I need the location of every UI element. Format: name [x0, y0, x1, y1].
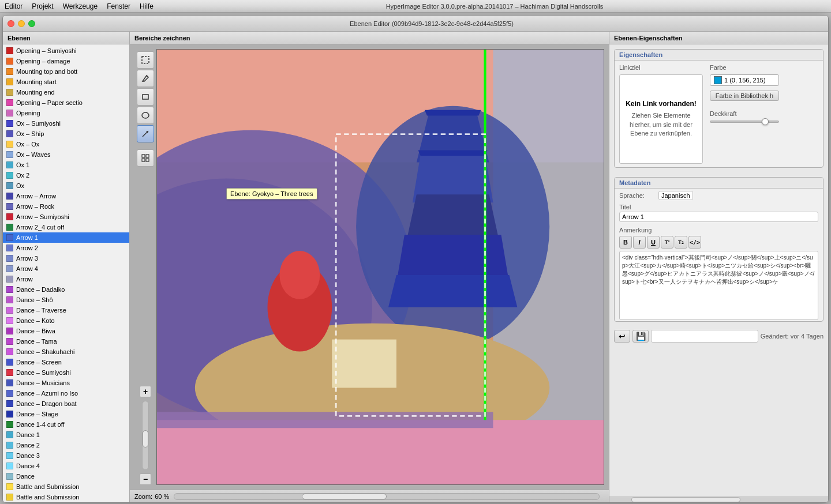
layer-name-label: Arrow 4 [16, 265, 38, 272]
layer-item[interactable]: Dance 3 [3, 450, 129, 461]
fmt-underline[interactable]: U [647, 236, 660, 249]
close-button[interactable] [8, 20, 14, 27]
layer-item[interactable]: Ox – Ox [3, 139, 129, 149]
layer-color-swatch [6, 130, 13, 137]
maximize-button[interactable] [28, 20, 35, 27]
layer-item[interactable]: Opening [3, 108, 129, 118]
layer-item[interactable]: Dance – Stage [3, 409, 129, 419]
layer-item[interactable]: Mounting end [3, 87, 129, 97]
tool-arrow[interactable] [137, 125, 154, 142]
layer-item[interactable]: Dance – Shô [3, 295, 129, 305]
layer-name-label: Dance – Shakuhachi [16, 348, 75, 355]
tool-select[interactable] [137, 51, 154, 69]
layer-item[interactable]: Dance – Shakuhachi [3, 347, 129, 357]
layer-item[interactable]: Dance – Screen [3, 357, 129, 367]
hscroll-thumb[interactable] [302, 494, 387, 499]
layer-item[interactable]: Mounting start [3, 77, 129, 87]
layer-item[interactable]: Mounting top and bott [3, 66, 129, 77]
layer-item[interactable]: Opening – Sumiyoshi [3, 46, 129, 56]
tool-grid[interactable] [137, 149, 154, 167]
layer-item[interactable]: Dance – Tama [3, 336, 129, 347]
farbe-bibliothek-button[interactable]: Farbe in Bibliothek h [710, 91, 779, 101]
panel-ebenen: Ebenen Opening – SumiyoshiOpening – dama… [3, 32, 130, 502]
layer-item[interactable]: Arrow 3 [3, 253, 129, 264]
layer-color-swatch [6, 411, 13, 418]
layer-item[interactable]: Arrow – Arrow [3, 191, 129, 201]
horizontal-scrollbar[interactable] [174, 493, 600, 500]
layer-item[interactable]: Battle and Submission [3, 492, 129, 502]
zoom-scrollbar[interactable] [142, 401, 149, 470]
layer-item[interactable]: Arrow 2_4 cut off [3, 222, 129, 232]
sprache-value[interactable]: Japanisch [658, 191, 693, 200]
anmerkung-area[interactable]: <div class="hdh-vertical">其後門司<sup>ノ</su… [619, 251, 818, 320]
layer-color-swatch [6, 359, 13, 366]
menu-hilfe[interactable]: Hilfe [140, 2, 154, 10]
layer-item[interactable]: Dance – Koto [3, 315, 129, 326]
tool-draw[interactable] [137, 70, 154, 87]
menu-werkzeuge[interactable]: Werkzeuge [63, 2, 98, 10]
menu-editor[interactable]: Editor [5, 2, 23, 10]
layer-item[interactable]: Ox 2 [3, 170, 129, 180]
layer-item[interactable]: Dance [3, 471, 129, 482]
zoom-out-button[interactable]: − [140, 473, 151, 485]
tool-ellipse[interactable] [137, 107, 154, 124]
layer-color-swatch [6, 390, 13, 397]
layer-item[interactable]: Battle and Submission [3, 482, 129, 492]
layer-item[interactable]: Arrow 1 [3, 232, 129, 243]
layer-item[interactable]: Dance 2 [3, 440, 129, 450]
layer-color-swatch [6, 172, 13, 179]
menu-projekt[interactable]: Projekt [32, 2, 53, 10]
layer-item[interactable]: Dance – Musicians [3, 378, 129, 388]
minimize-button[interactable] [18, 20, 25, 27]
layer-item[interactable]: Arrow 4 [3, 264, 129, 274]
canvas-svg [157, 50, 604, 484]
layer-item[interactable]: Arrow 2 [3, 243, 129, 253]
zoom-thumb[interactable] [143, 430, 148, 447]
layer-name-label: Dance 1 [16, 431, 40, 438]
farbe-swatch[interactable]: 1 (0, 156, 215) [710, 74, 779, 86]
linkziel-box[interactable]: Kein Link vorhanden! Ziehen Sie Elemente… [619, 74, 703, 164]
layer-list[interactable]: Opening – SumiyoshiOpening – damageMount… [3, 44, 129, 502]
titel-input[interactable] [619, 212, 818, 222]
layer-item[interactable]: Ox – Ship [3, 129, 129, 139]
layer-item[interactable]: Dance – Azumi no Iso [3, 388, 129, 398]
tool-rect[interactable] [137, 88, 154, 106]
fmt-bold[interactable]: B [619, 236, 632, 249]
layer-item[interactable]: Arrow – Rock [3, 201, 129, 212]
svg-rect-0 [142, 57, 149, 63]
layer-color-swatch [6, 203, 13, 210]
layer-item[interactable]: Ox – Waves [3, 149, 129, 160]
layer-item[interactable]: Ox [3, 180, 129, 191]
layer-name-label: Opening – damage [16, 58, 70, 65]
deckkraft-thumb[interactable] [762, 118, 769, 125]
layer-item[interactable]: Dance – Dragon boat [3, 398, 129, 409]
layer-item[interactable]: Dance 1-4 cut off [3, 419, 129, 430]
footer-search-input[interactable] [651, 330, 758, 343]
layer-item[interactable]: Ox – Sumiyoshi [3, 118, 129, 129]
layer-item[interactable]: Dance – Dadaiko [3, 284, 129, 295]
deckkraft-slider[interactable] [710, 121, 779, 123]
layer-item[interactable]: Dance 1 [3, 430, 129, 440]
fmt-superscript[interactable]: T² [661, 236, 673, 249]
layer-item[interactable]: Opening – Paper sectio [3, 97, 129, 108]
layer-item[interactable]: Dance 4 [3, 461, 129, 471]
layer-item[interactable]: Arrow [3, 274, 129, 284]
layer-item[interactable]: Ox 1 [3, 160, 129, 170]
layer-item[interactable]: Opening – damage [3, 56, 129, 66]
menu-fenster[interactable]: Fenster [107, 2, 130, 10]
metadaten-section: Metadaten Sprache: Japanisch Titel Anmer… [614, 177, 823, 322]
canvas-viewport[interactable]: Ebene: Gyokyo – Three trees [156, 49, 604, 485]
fmt-italic[interactable]: I [633, 236, 646, 249]
layer-item[interactable]: Dance – Traverse [3, 305, 129, 315]
tool-sidebar: + − [134, 49, 156, 485]
layer-item[interactable]: Arrow – Sumiyoshi [3, 212, 129, 222]
layer-item[interactable]: Dance – Sumiyoshi [3, 367, 129, 378]
undo-button[interactable]: ↩ [614, 330, 630, 343]
layer-item[interactable]: Dance – Biwa [3, 326, 129, 336]
fmt-code[interactable]: </> [688, 236, 701, 249]
fmt-subscript[interactable]: T₂ [675, 236, 687, 249]
zoom-in-button[interactable]: + [140, 386, 151, 397]
save-button[interactable]: 💾 [632, 330, 649, 343]
layer-name-label: Arrow – Sumiyoshi [16, 213, 69, 220]
layer-name-label: Dance 3 [16, 452, 40, 459]
